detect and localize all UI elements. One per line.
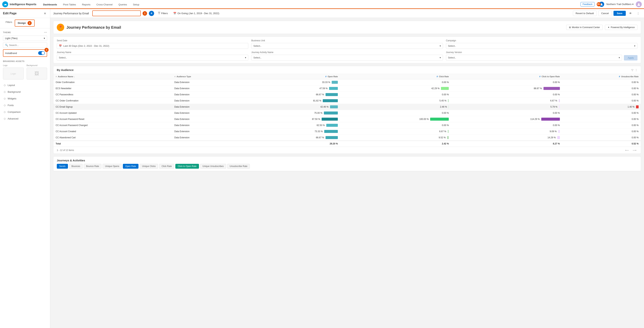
metric-tab[interactable]: Bounce Rate <box>84 164 102 169</box>
more-table-icon[interactable]: ⋮ <box>635 68 638 72</box>
click-rate-bar <box>448 105 449 108</box>
sidebar-title: Edit Page <box>3 12 16 15</box>
col-audience-type[interactable]: ≡ Audience Type <box>172 74 241 79</box>
table-row: CC Account Updated Data Extension 75.00 … <box>54 110 641 116</box>
cell-unsub-rate: 0.00 % <box>562 128 641 134</box>
nav-tab-queries[interactable]: Queries <box>116 0 130 9</box>
business-unit-label: Business Unit <box>251 39 443 42</box>
menu-item-widgets[interactable]: ◇ Widgets <box>2 95 48 102</box>
layout-icon: ◇ <box>4 84 6 86</box>
visibility-icon[interactable]: 👁 <box>628 10 634 16</box>
nav-tab-reports[interactable]: Reports <box>79 0 94 9</box>
menu-item-advanced[interactable]: ◇ Advanced <box>2 115 48 122</box>
cell-click-rate: 6.67 % <box>340 128 451 134</box>
menu-item-layout[interactable]: ◇ Layout <box>2 82 48 88</box>
open-rate-value: 42.46 % <box>320 106 328 108</box>
metric-tab[interactable]: Open Rate <box>123 164 138 169</box>
metric-tab[interactable]: Unique Clicks <box>140 164 158 169</box>
close-sidebar-button[interactable]: ✕ <box>42 11 47 16</box>
nav-tab-pivot[interactable]: Pivot Tables <box>60 0 79 9</box>
pagination-info: 1 - 12 of 12 items <box>57 149 74 152</box>
page-name-input[interactable] <box>92 10 141 16</box>
revert-to-default-button[interactable]: Revert to Default <box>573 10 597 16</box>
menu-item-comparison[interactable]: ◇ Comparison <box>2 108 48 115</box>
chevron-down-icon: ▾ <box>619 56 620 59</box>
nav-tab-setup[interactable]: Setup <box>130 0 142 9</box>
apply-button[interactable]: Apply <box>624 55 638 60</box>
send-date-input[interactable]: 📅 Last 30 Days (Dec 2, 2022 - Dec 31, 20… <box>57 43 248 49</box>
nav-tab-cross-channel[interactable]: Cross-Channel <box>94 0 116 9</box>
more-options-icon[interactable]: ⋮ <box>635 10 641 16</box>
cto-rate-value: 14.29 % <box>548 136 556 139</box>
cto-rate-bar <box>558 130 560 133</box>
nav-tab-dashboards[interactable]: Dashboards <box>40 0 60 9</box>
cell-audience-name: CC Account Password Reset <box>54 116 172 122</box>
col-cto-rate[interactable]: # Click to Open Rate <box>451 74 562 79</box>
monitor-command-center-button[interactable]: ⊞ Monitor in Command Center <box>566 25 603 30</box>
click-rate-value: 0.00 % <box>442 112 449 114</box>
search-input[interactable] <box>9 44 45 46</box>
journey-name-select[interactable]: Select.. ▾ <box>57 55 248 60</box>
section-actions: ▽ ⋮ <box>631 68 638 72</box>
instabrand-toggle[interactable] <box>38 51 45 55</box>
background-box[interactable]: 🖼 <box>26 68 47 80</box>
business-unit-filter: Business Unit Select.. ▾ <box>251 39 443 49</box>
cell-click-rate: 0.00 % <box>340 122 451 128</box>
col-audience-name[interactable]: ≡ Audience Name ↓ <box>54 74 172 79</box>
cancel-button[interactable]: Cancel <box>598 10 612 16</box>
fonts-icon: ◇ <box>4 104 6 107</box>
table-row: ECS Newsletter Data Extension 47.59 % 42… <box>54 86 641 92</box>
sidebar-tab-design[interactable]: Design 2 <box>15 20 34 26</box>
menu-item-background[interactable]: ◇ Background <box>2 88 48 95</box>
metric-tab[interactable]: Unique Unsubscribes <box>200 164 226 169</box>
col-open-rate[interactable]: # Open Rate <box>241 74 340 79</box>
campaign-select[interactable]: Select.. ▾ <box>446 43 638 49</box>
journey-version-select[interactable]: Select.. ▾ <box>446 55 622 60</box>
intelligence-icon: ✦ <box>608 26 610 29</box>
cell-click-rate: 0.00 % <box>340 92 451 98</box>
dashboard-header: 📍 Journey Performance by Email ⊞ Monitor… <box>53 21 641 34</box>
sidebar-tab-filters[interactable]: Filters <box>3 20 15 26</box>
user-avatar[interactable] <box>636 1 642 7</box>
click-rate-value: 42.29 % <box>431 87 440 90</box>
menu-item-fonts[interactable]: ◇ Fonts <box>2 102 48 108</box>
add-button[interactable]: + <box>149 11 154 16</box>
app-name: Intelligence Reports <box>10 2 36 6</box>
logo-box[interactable]: Logo <box>3 68 24 80</box>
col-click-rate[interactable]: # Click Rate <box>340 74 451 79</box>
cell-cto-rate: 0.00 % <box>451 79 562 86</box>
metric-tab[interactable]: Bounces <box>69 164 83 169</box>
business-unit-select[interactable]: Select.. ▾ <box>251 43 443 49</box>
metric-tab[interactable]: Unique Opens <box>102 164 122 169</box>
journey-activity-select[interactable]: Select.. ▾ <box>251 55 443 60</box>
date-range-display: 📅 On Going (Jan 1, 2019 - Dec 31, 2022) <box>172 11 221 16</box>
search-box: 🔍 <box>3 42 47 48</box>
metric-tab[interactable]: Sends <box>57 164 68 169</box>
cell-audience-type: Data Extension <box>172 134 241 141</box>
metric-tab[interactable]: Click to Open Rate <box>175 164 199 169</box>
filter-table-icon[interactable]: ▽ <box>631 68 634 72</box>
filter-button[interactable]: Filters <box>156 10 170 16</box>
click-rate-value: 5.45 % <box>440 100 446 102</box>
open-rate-value: 87.50 % <box>312 118 320 120</box>
cto-rate-value: 0.00 % <box>553 112 560 114</box>
total-unsub-rate: 0.52 % <box>562 141 641 147</box>
cto-rate-bar <box>541 118 560 121</box>
metric-tab[interactable]: Unsubscribe Rate <box>227 164 250 169</box>
notification-badge[interactable]: 99+ <box>597 2 601 6</box>
cell-open-rate: 87.50 % <box>241 116 340 122</box>
save-button[interactable]: Save <box>614 11 626 16</box>
cell-click-rate: 2.46 % <box>340 104 451 110</box>
table-row: CC Email Signup Data Extension 42.46 % 2… <box>54 104 641 110</box>
next-page-button[interactable]: ⟶ <box>632 148 638 152</box>
powered-by-intelligence-button[interactable]: ✦ Powered By Intelligence <box>605 25 638 30</box>
cell-audience-name: CC Account Password Changed <box>54 122 172 128</box>
theme-menu-icon[interactable]: ⋯ <box>44 30 47 34</box>
metric-tab[interactable]: Click Rate <box>159 164 174 169</box>
background-placeholder-icon: 🖼 <box>34 71 39 76</box>
org-name[interactable]: Northern Trail Outfitters ▾ <box>606 3 634 6</box>
feedback-button[interactable]: Feedback <box>580 2 594 6</box>
col-unsub-rate[interactable]: # Unsubscribe Rate <box>562 74 641 79</box>
prev-page-button[interactable]: ⟵ <box>624 148 630 152</box>
theme-select[interactable]: Light (Tiles) ▾ <box>3 36 47 41</box>
